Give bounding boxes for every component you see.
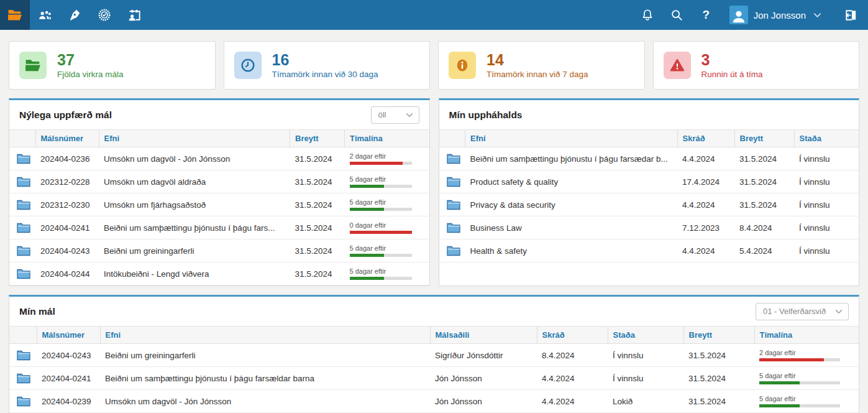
case-modified: 31.5.2024: [290, 147, 345, 170]
case-number: 202404-0236: [35, 147, 99, 170]
case-modified: 31.5.2024: [734, 193, 794, 216]
case-modified: 31.5.2024: [683, 344, 754, 367]
stat-card-active-cases[interactable]: 37 Fjölda virkra mála: [9, 41, 216, 90]
top-navbar: ? Jon Jonsson: [0, 0, 868, 30]
column-case-number[interactable]: Málsnúmer: [37, 327, 100, 344]
case-number: 202404-0241: [35, 216, 99, 239]
info-icon: [449, 52, 476, 79]
folder-icon: [447, 199, 460, 210]
column-icon: [439, 130, 465, 147]
stat-card-overdue[interactable]: 3 Runnin út á tíma: [653, 41, 860, 90]
column-case-number[interactable]: Málsnúmer: [35, 130, 99, 147]
case-row[interactable]: 202404-0243 Beiðni um greiningarferli 31…: [9, 239, 429, 262]
case-timeline: 5 dagar eftir: [754, 390, 859, 413]
case-party: Sigríður Jónsdóttir: [430, 344, 537, 367]
case-row[interactable]: Product safety & quality 17.4.2024 31.5.…: [439, 170, 859, 193]
case-number: 202312-0230: [35, 193, 99, 216]
nav-tab-cases[interactable]: [0, 0, 30, 30]
column-timeline[interactable]: Tímalína: [754, 327, 859, 344]
stat-label: Runnin út á tíma: [701, 70, 763, 79]
case-row[interactable]: 202404-0244 Intökubeiðni - Lengd viðvera…: [9, 262, 429, 285]
case-row[interactable]: Beiðni um samþættingu þjónustu í þágu fa…: [439, 147, 859, 170]
column-registered[interactable]: Skráð: [677, 130, 734, 147]
case-row[interactable]: Health & safety 4.4.2024 5.4.2024 Í vinn…: [439, 239, 859, 262]
stat-card-due-30-days[interactable]: 16 Tímamörk innan við 30 daga: [224, 41, 431, 90]
stat-value: 14: [487, 52, 588, 68]
folder-icon: [447, 153, 460, 164]
case-subject: Business Law: [465, 216, 678, 239]
panel-title: Mín mál: [19, 306, 55, 317]
case-subject: Beiðni um greiningarferli: [99, 239, 290, 262]
logout-button[interactable]: [837, 0, 864, 30]
nav-tab-signatures[interactable]: [60, 0, 89, 30]
recent-cases-panel: Nýlega uppfærð mál öll Málsnúmer Efni Br…: [9, 98, 430, 286]
folder-icon: [17, 396, 32, 407]
search-button[interactable]: [662, 0, 692, 30]
case-row[interactable]: 202404-0243 Beiðni um greiningarferli Si…: [9, 344, 859, 367]
column-modified[interactable]: Breytt: [290, 130, 345, 147]
column-registered[interactable]: Skráð: [537, 327, 608, 344]
case-status: Lokið: [608, 390, 683, 413]
case-row[interactable]: 202404-0236 Umsókn um dagvöl - Jón Jónss…: [9, 147, 429, 170]
column-modified[interactable]: Breytt: [734, 130, 794, 147]
case-row[interactable]: 202404-0241 Beiðni um samþættingu þjónus…: [9, 367, 859, 390]
case-subject: Umsókn um dagvöl aldraða: [99, 170, 290, 193]
stat-card-due-7-days[interactable]: 14 Tímamörk innan við 7 daga: [438, 41, 645, 90]
column-subject[interactable]: Efni: [100, 327, 430, 344]
case-status: Í vinnslu: [794, 170, 859, 193]
notifications-button[interactable]: [633, 0, 662, 30]
case-modified: 31.5.2024: [290, 239, 345, 262]
case-row[interactable]: 202312-0230 Umsókn um fjárhagsaðstoð 31.…: [9, 193, 429, 216]
column-status[interactable]: Staða: [608, 327, 683, 344]
folder-icon: [17, 176, 30, 187]
case-timeline: 5 dagar eftir: [345, 239, 429, 262]
help-button[interactable]: ?: [692, 0, 721, 30]
bell-icon: [641, 8, 654, 22]
navbar-modules: [0, 0, 149, 30]
column-party[interactable]: Málsaðili: [430, 327, 537, 344]
column-subject[interactable]: Efni: [465, 130, 678, 147]
nav-tab-contacts[interactable]: [30, 0, 60, 30]
my-cases-filter-select[interactable]: 01 - Velferðarsvið: [756, 303, 849, 320]
case-registered: 4.4.2024: [537, 390, 608, 413]
case-modified: 31.5.2024: [290, 193, 345, 216]
nav-tab-schedule[interactable]: [119, 0, 149, 30]
case-row[interactable]: 202312-0228 Umsókn um dagvöl aldraða 31.…: [9, 170, 429, 193]
column-timeline[interactable]: Tímalína: [345, 130, 429, 147]
column-icon: [9, 327, 37, 344]
people-icon: [38, 8, 52, 22]
case-timeline: 5 dagar eftir: [345, 170, 429, 193]
stat-cards: 37 Fjölda virkra mála 16 Tímamörk innan …: [0, 30, 868, 90]
case-subject: Product safety & quality: [465, 170, 678, 193]
folder-icon: [17, 245, 30, 256]
case-status: Í vinnslu: [608, 344, 683, 367]
stat-value: 3: [701, 52, 763, 68]
column-subject[interactable]: Efni: [99, 130, 290, 147]
chevron-down-icon: [405, 111, 414, 119]
folder-icon: [19, 52, 47, 79]
chevron-down-icon: [813, 11, 822, 20]
column-status[interactable]: Staða: [794, 130, 859, 147]
nav-tab-approvals[interactable]: [89, 0, 119, 30]
case-registered: 17.4.2024: [677, 170, 734, 193]
case-subject: Beiðni um samþættingu þjónustu í þágu fa…: [100, 367, 430, 390]
case-row[interactable]: 202404-0241 Beiðni um samþættingu þjónus…: [9, 216, 429, 239]
folder-icon: [17, 373, 32, 384]
user-menu[interactable]: Jon Jonsson: [721, 0, 828, 30]
case-modified: 31.5.2024: [290, 262, 345, 285]
case-row[interactable]: 202404-0239 Umsókn um dagvöl - Jón Jónss…: [9, 390, 859, 413]
my-cases-table: Málsnúmer Efni Málsaðili Skráð Staða Bre…: [9, 326, 859, 413]
my-cases-panel: Mín mál 01 - Velferðarsvið Málsnúmer Efn…: [9, 295, 859, 413]
case-modified: 8.4.2024: [734, 216, 794, 239]
case-subject: Health & safety: [465, 239, 678, 262]
logout-icon: [844, 8, 858, 22]
case-registered: 7.12.2023: [677, 216, 734, 239]
case-modified: 31.5.2024: [290, 170, 345, 193]
case-timeline: 2 dagar eftir: [754, 344, 859, 367]
recent-filter-select[interactable]: öll: [371, 106, 419, 124]
case-row[interactable]: Business Law 7.12.2023 8.4.2024 Í vinnsl…: [439, 216, 859, 239]
column-modified[interactable]: Breytt: [683, 327, 754, 344]
case-row[interactable]: Privacy & data security 4.4.2024 31.5.20…: [439, 193, 859, 216]
select-value: öll: [378, 110, 386, 119]
folder-icon: [17, 153, 30, 164]
